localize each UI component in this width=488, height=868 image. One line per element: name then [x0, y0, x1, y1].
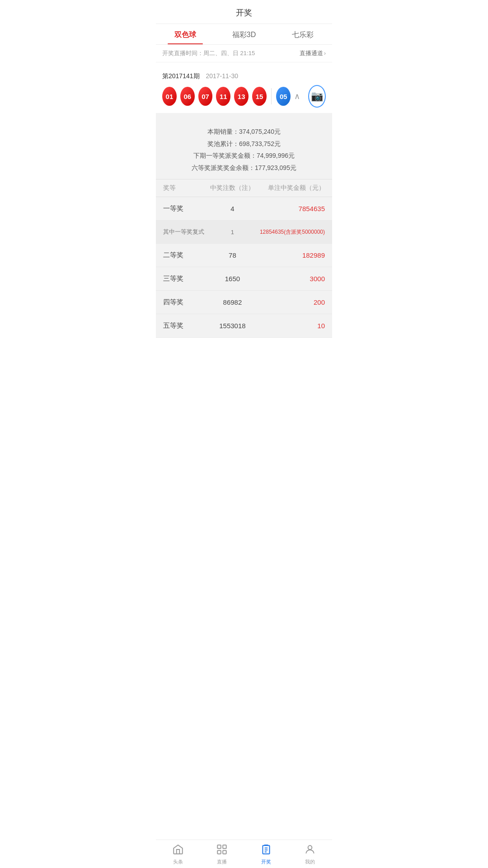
prize-count-4: 86982 [209, 298, 255, 306]
detail-arrow [239, 113, 249, 118]
header-count: 中奖注数（注） [209, 184, 255, 192]
red-ball-2: 06 [180, 87, 195, 106]
page-title: 开奖 [156, 0, 332, 24]
prize-amount-sub-1: 12854635(含派奖5000000) [256, 228, 325, 236]
period-info: 第2017141期 2017-11-30 [162, 72, 326, 80]
red-ball-6: 15 [252, 87, 267, 106]
balls-row: 01 06 07 11 13 15 05 ∧ 📷 [162, 85, 326, 108]
prize-amount-2: 182989 [256, 251, 325, 259]
tab-fucai3d[interactable]: 福彩3D [215, 24, 273, 44]
prize-row-3: 三等奖 1650 3000 [156, 267, 332, 291]
home-icon [172, 844, 184, 857]
prize-count-3: 1650 [209, 275, 255, 283]
tab-bar: 双色球 福彩3D 七乐彩 [156, 24, 332, 45]
ball-divider [271, 88, 272, 104]
prize-name-sub-1: 其中一等奖复式 [163, 228, 209, 236]
nav-label-headlines: 头条 [173, 859, 183, 865]
video-button[interactable]: 📷 [308, 85, 326, 108]
prize-row-5: 五等奖 1553018 10 [156, 314, 332, 338]
prize-count-5: 1553018 [209, 322, 255, 330]
prize-name-5: 五等奖 [163, 321, 209, 330]
bottom-nav: 头条 直播 开奖 [156, 840, 332, 868]
nav-item-live[interactable]: 直播 [200, 840, 244, 868]
svg-rect-0 [218, 845, 221, 849]
prize-name-3: 三等奖 [163, 274, 209, 283]
svg-point-8 [308, 845, 312, 849]
summary-sixth-remain: 六等奖派奖奖金余额：177,923,095元 [165, 162, 323, 174]
nav-item-lottery[interactable]: 开奖 [244, 840, 288, 868]
prize-count-sub-1: 1 [209, 229, 255, 236]
prize-name-1: 一等奖 [163, 204, 209, 213]
prize-count-1: 4 [209, 205, 255, 212]
collapse-button[interactable]: ∧ [294, 91, 300, 101]
prize-amount-1: 7854635 [256, 205, 325, 212]
result-section: 第2017141期 2017-11-30 01 06 07 11 13 15 0… [156, 67, 332, 108]
broadcast-bar: 开奖直播时间：周二、四、日 21:15 直播通道 › [156, 45, 332, 62]
nav-item-mine[interactable]: 我的 [288, 840, 333, 868]
prize-table: 一等奖 4 7854635 其中一等奖复式 1 12854635(含派奖5000… [156, 197, 332, 338]
prize-name-4: 四等奖 [163, 298, 209, 307]
summary-sales: 本期销量：374,075,240元 [165, 126, 323, 138]
clipboard-icon [260, 844, 272, 857]
header-amount: 单注中奖金额（元） [256, 184, 325, 192]
red-ball-4: 11 [216, 87, 230, 106]
chevron-right-icon: › [324, 50, 326, 57]
prize-name-2: 二等奖 [163, 251, 209, 259]
broadcast-time: 开奖直播时间：周二、四、日 21:15 [162, 49, 255, 57]
tab-qilecai[interactable]: 七乐彩 [273, 24, 332, 44]
red-ball-5: 13 [234, 87, 249, 106]
svg-rect-1 [223, 845, 226, 849]
prize-amount-4: 200 [256, 298, 325, 306]
header-name: 奖等 [163, 184, 209, 192]
apps-icon [216, 844, 228, 857]
summary-block: 本期销量：374,075,240元 奖池累计：698,733,752元 下期一等… [156, 118, 332, 179]
nav-label-lottery: 开奖 [261, 859, 271, 865]
prize-row-1: 一等奖 4 7854635 [156, 197, 332, 221]
nav-label-live: 直播 [217, 859, 227, 865]
red-ball-3: 07 [198, 87, 213, 106]
prize-count-2: 78 [209, 251, 255, 259]
svg-rect-3 [223, 850, 226, 854]
svg-rect-2 [218, 850, 221, 854]
prize-row-sub-1: 其中一等奖复式 1 12854635(含派奖5000000) [156, 221, 332, 244]
blue-ball: 05 [276, 87, 291, 106]
prize-table-header: 奖等 中奖注数（注） 单注中奖金额（元） [156, 179, 332, 197]
prize-row-2: 二等奖 78 182989 [156, 244, 332, 267]
prize-row-4: 四等奖 86982 200 [156, 291, 332, 314]
tab-shuangseqiu[interactable]: 双色球 [156, 24, 215, 44]
person-icon [304, 844, 316, 857]
detail-panel: 本期销量：374,075,240元 奖池累计：698,733,752元 下期一等… [156, 113, 332, 338]
red-ball-1: 01 [162, 87, 177, 106]
summary-next-first: 下期一等奖派奖金额：74,999,996元 [165, 150, 323, 162]
summary-pool: 奖池累计：698,733,752元 [165, 138, 323, 150]
prize-amount-3: 3000 [256, 275, 325, 283]
nav-label-mine: 我的 [305, 859, 315, 865]
prize-amount-5: 10 [256, 322, 325, 330]
video-camera-icon: 📷 [311, 90, 323, 102]
nav-item-headlines[interactable]: 头条 [156, 840, 200, 868]
broadcast-channel-link[interactable]: 直播通道 › [300, 49, 326, 57]
